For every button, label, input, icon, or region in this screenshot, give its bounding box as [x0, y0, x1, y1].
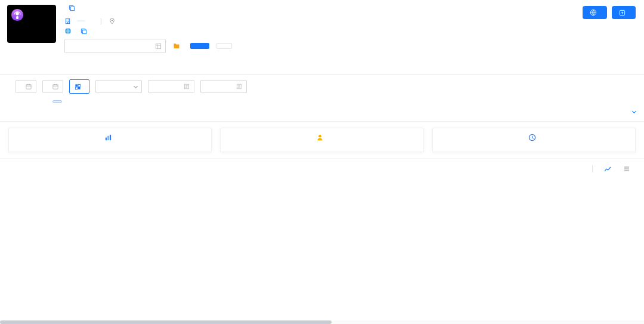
tcrm-plus-icon — [619, 10, 626, 16]
similar-company-icon[interactable] — [155, 43, 162, 50]
calendar-icon — [52, 84, 58, 90]
filter-bar — [0, 75, 644, 97]
view-trend-button[interactable] — [601, 163, 617, 174]
company-info: | — [64, 5, 637, 53]
company-header: | — [0, 0, 644, 55]
country-tabs-row — [0, 105, 644, 122]
data-source-export[interactable] — [52, 100, 62, 103]
view-detail-button[interactable] — [620, 163, 636, 174]
stat-cards — [0, 122, 644, 157]
trend-section-header — [0, 158, 644, 175]
data-source-import[interactable] — [36, 100, 43, 103]
line-chart-icon — [604, 165, 611, 172]
clock-icon — [528, 134, 536, 141]
list-icon — [623, 165, 630, 172]
company-logo-block — [7, 5, 56, 53]
add-radar-button[interactable] — [190, 43, 209, 49]
grid-icon — [75, 84, 81, 90]
stat-card-suppliers — [220, 128, 423, 152]
data-source-row — [0, 97, 644, 105]
folder-import-icon — [173, 42, 180, 50]
chevron-down-icon — [632, 109, 636, 113]
company-type-row: | — [64, 17, 637, 24]
copy-company-name-icon[interactable] — [69, 5, 75, 11]
similar-company-input-wrap — [64, 39, 166, 53]
globe-white-icon — [590, 9, 597, 16]
globe-icon — [64, 27, 72, 35]
stat-card-last-import — [432, 128, 636, 152]
importer-tag[interactable] — [77, 20, 85, 21]
location-pin-icon — [109, 18, 115, 24]
data-source-all[interactable] — [19, 100, 26, 103]
bar-chart-icon — [104, 134, 112, 141]
stat-card-trade-count — [8, 128, 212, 152]
add-tcrm-button[interactable] — [612, 6, 636, 19]
origin-select[interactable] — [200, 80, 247, 93]
company-logo-image[interactable] — [7, 5, 56, 43]
similar-company-input[interactable] — [69, 42, 147, 50]
copy-website-icon[interactable] — [80, 28, 87, 35]
date-to-input[interactable] — [42, 80, 63, 93]
calendar-icon — [26, 84, 32, 90]
apple-podcasts-icon — [11, 8, 24, 21]
document-icon — [184, 84, 190, 90]
header-controls — [64, 39, 637, 53]
exporter-tag[interactable] — [88, 20, 93, 21]
divider — [592, 165, 593, 172]
expand-button[interactable] — [630, 110, 636, 114]
date-from-input[interactable] — [16, 80, 36, 93]
chevron-down-icon — [134, 84, 138, 88]
company-website-row — [64, 27, 637, 35]
main-tabs — [0, 55, 644, 75]
quick-options-button[interactable] — [69, 79, 89, 94]
global-search-button[interactable] — [583, 6, 607, 19]
import-trend-chart[interactable] — [0, 175, 644, 309]
supplier-icon — [316, 134, 324, 141]
horizontal-scrollbar-thumb[interactable] — [0, 320, 332, 324]
trend-toolbar — [584, 163, 636, 174]
document-icon — [236, 84, 242, 90]
import-crm-button[interactable] — [173, 42, 183, 50]
divider: | — [100, 17, 102, 24]
header-actions — [583, 6, 636, 19]
start-monitor-button[interactable] — [216, 43, 232, 49]
building-icon — [64, 18, 71, 24]
product-select[interactable] — [95, 80, 142, 93]
hs-code-select[interactable] — [148, 80, 194, 93]
